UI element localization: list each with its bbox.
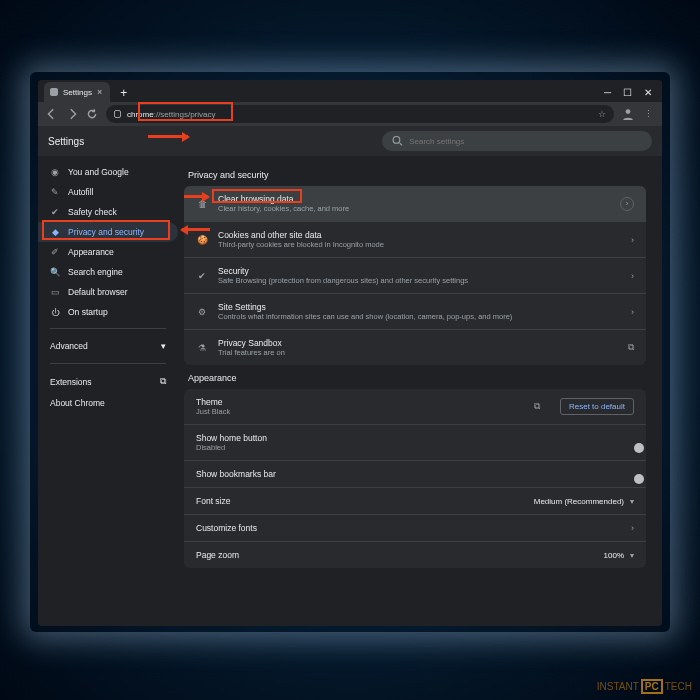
lock-icon [114, 110, 121, 118]
sidebar-item-safety-check[interactable]: ✔Safety check [38, 202, 178, 222]
annotation-arrow-clear-data [184, 195, 208, 198]
profile-icon[interactable] [622, 108, 634, 120]
sliders-icon: ⚙ [196, 306, 208, 318]
close-tab-icon[interactable]: × [97, 87, 102, 97]
row-clear-browsing-data[interactable]: 🗑 Clear browsing dataClear history, cook… [184, 186, 646, 221]
row-site-settings[interactable]: ⚙ Site SettingsControls what information… [184, 293, 646, 329]
row-subtitle: Third-party cookies are blocked in Incog… [218, 240, 384, 249]
browser-tab[interactable]: Settings × [44, 82, 110, 102]
row-show-bookmarks-bar[interactable]: Show bookmarks bar [184, 460, 646, 487]
row-page-zoom[interactable]: Page zoom 100%▾ [184, 541, 646, 568]
sidebar-item-search-engine[interactable]: 🔍Search engine [38, 262, 178, 282]
sidebar-item-privacy-security[interactable]: ◆Privacy and security [38, 222, 178, 242]
chevron-down-icon: ▾ [630, 551, 634, 560]
sidebar-item-label: Safety check [68, 207, 117, 217]
row-title: Cookies and other site data [218, 230, 384, 240]
watermark-text: TECH [665, 681, 692, 692]
row-title: Site Settings [218, 302, 512, 312]
sidebar-about-chrome[interactable]: About Chrome [38, 393, 178, 413]
row-title: Clear browsing data [218, 194, 349, 204]
row-subtitle: Safe Browsing (protection from dangerous… [218, 276, 468, 285]
chevron-down-icon: ▾ [630, 497, 634, 506]
sidebar-extensions[interactable]: Extensions⧉ [38, 370, 178, 393]
row-title: Customize fonts [196, 523, 257, 533]
row-subtitle: Trial features are on [218, 348, 285, 357]
address-bar[interactable]: chrome://settings/privacy ☆ [106, 105, 614, 123]
sidebar-item-on-startup[interactable]: ⏻On startup [38, 302, 178, 322]
row-cookies[interactable]: 🍪 Cookies and other site dataThird-party… [184, 221, 646, 257]
reset-to-default-button[interactable]: Reset to default [560, 398, 634, 415]
sidebar-item-label: On startup [68, 307, 108, 317]
svg-point-0 [626, 109, 631, 114]
row-subtitle: Clear history, cookies, cache, and more [218, 204, 349, 213]
row-title: Page zoom [196, 550, 239, 560]
settings-favicon [50, 88, 58, 96]
open-external-icon[interactable]: ⧉ [534, 401, 540, 412]
reload-icon[interactable] [86, 108, 98, 120]
settings-search[interactable] [382, 131, 652, 151]
sidebar-item-label: Appearance [68, 247, 114, 257]
minimize-icon[interactable]: ─ [604, 87, 611, 98]
sidebar-separator [50, 328, 166, 329]
maximize-icon[interactable]: ☐ [623, 87, 632, 98]
row-font-size[interactable]: Font size Medium (Recommended)▾ [184, 487, 646, 514]
row-subtitle: Controls what information sites can use … [218, 312, 512, 321]
settings-header: Settings [38, 126, 662, 156]
select-value: 100% [604, 551, 624, 560]
row-subtitle: Just Black [196, 407, 230, 416]
select-value: Medium (Recommended) [534, 497, 624, 506]
chevron-right-icon: › [631, 523, 634, 533]
section-title-privacy: Privacy and security [188, 170, 646, 180]
row-privacy-sandbox[interactable]: ⚗ Privacy SandboxTrial features are on ⧉ [184, 329, 646, 365]
chevron-right-icon: › [620, 197, 634, 211]
chevron-right-icon: › [631, 235, 634, 245]
svg-point-1 [393, 137, 400, 144]
section-title-appearance: Appearance [188, 373, 646, 383]
menu-dots-icon[interactable]: ⋮ [642, 108, 654, 120]
window-controls: ─ ☐ ✕ [604, 87, 662, 102]
watermark-pc: PC [641, 679, 663, 694]
power-icon: ⏻ [50, 307, 60, 317]
row-title: Show home button [196, 433, 267, 443]
row-theme[interactable]: ThemeJust Black ⧉ Reset to default [184, 389, 646, 424]
bookmark-star-icon[interactable]: ☆ [598, 109, 606, 119]
check-shield-icon: ✔ [50, 207, 60, 217]
sidebar-item-autofill[interactable]: ✎Autofill [38, 182, 178, 202]
new-tab-button[interactable]: + [116, 84, 131, 102]
sidebar-item-label: Autofill [68, 187, 94, 197]
main-panel: Privacy and security 🗑 Clear browsing da… [178, 156, 662, 626]
brush-icon: ✐ [50, 247, 60, 257]
row-show-home-button[interactable]: Show home buttonDisabled [184, 424, 646, 460]
row-customize-fonts[interactable]: Customize fonts › [184, 514, 646, 541]
titlebar: Settings × + ─ ☐ ✕ [38, 80, 662, 102]
browser-toolbar: chrome://settings/privacy ☆ ⋮ [38, 102, 662, 126]
sidebar-item-label: You and Google [68, 167, 129, 177]
forward-icon[interactable] [66, 108, 78, 120]
close-window-icon[interactable]: ✕ [644, 87, 652, 98]
sidebar-item-appearance[interactable]: ✐Appearance [38, 242, 178, 262]
sidebar-item-default-browser[interactable]: ▭Default browser [38, 282, 178, 302]
sidebar-advanced[interactable]: Advanced▾ [38, 335, 178, 357]
open-external-icon: ⧉ [628, 342, 634, 353]
security-icon: ✔ [196, 270, 208, 282]
sidebar-item-you-and-google[interactable]: ◉You and Google [38, 162, 178, 182]
tab-title: Settings [63, 88, 92, 97]
settings-search-input[interactable] [409, 137, 642, 146]
sidebar-item-label: Default browser [68, 287, 128, 297]
chevron-down-icon: ▾ [161, 341, 166, 351]
row-title: Show bookmarks bar [196, 469, 276, 479]
row-title: Security [218, 266, 468, 276]
page-zoom-select[interactable]: 100%▾ [604, 551, 634, 560]
row-title: Privacy Sandbox [218, 338, 285, 348]
chevron-right-icon: › [631, 271, 634, 281]
privacy-card: 🗑 Clear browsing dataClear history, cook… [184, 186, 646, 365]
sandbox-icon: ⚗ [196, 342, 208, 354]
row-security[interactable]: ✔ SecuritySafe Browsing (protection from… [184, 257, 646, 293]
chevron-right-icon: › [631, 307, 634, 317]
back-icon[interactable] [46, 108, 58, 120]
watermark: INSTANT PC TECH [597, 679, 692, 694]
shield-icon: ◆ [50, 227, 60, 237]
search-engine-icon: 🔍 [50, 267, 60, 277]
sidebar-item-label: About Chrome [50, 398, 105, 408]
font-size-select[interactable]: Medium (Recommended)▾ [534, 497, 634, 506]
